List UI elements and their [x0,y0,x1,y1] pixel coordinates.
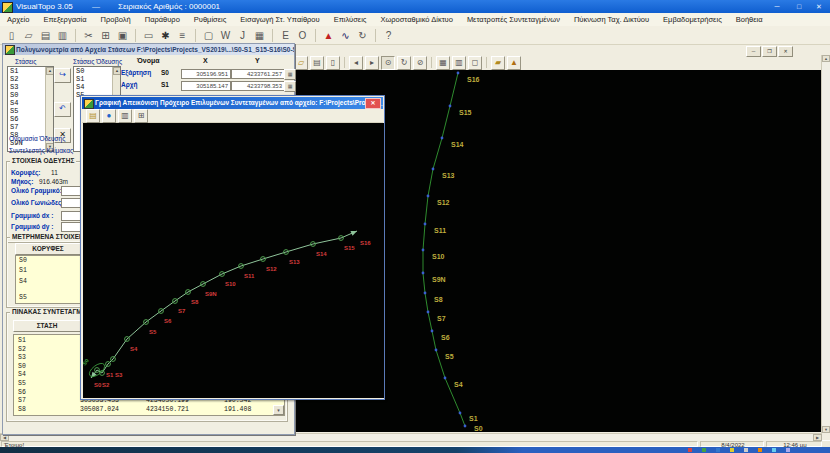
cancel-icon[interactable]: ⊘ [413,56,427,70]
station-cell: S6 [18,389,26,396]
measured-item-S1[interactable]: S1 [16,267,80,274]
refresh-icon[interactable]: ↻ [397,56,411,70]
close-icon[interactable]: ✕ [810,0,828,13]
serial-number: Σειριακός Αριθμός : 0000001 [118,0,220,13]
east-e-icon[interactable]: E [278,28,293,43]
scroll-up-icon[interactable]: ▲ [46,67,54,75]
scroll-left-icon[interactable]: ◀ [0,434,9,441]
taskbar-icon[interactable] [688,448,692,452]
station-label-S9N: S9N [432,276,446,283]
help-icon[interactable]: ? [381,28,396,43]
open-folder-icon[interactable]: ▱ [294,56,308,70]
chart-icon[interactable]: ∿ [338,28,353,43]
scroll-up-icon[interactable]: ▲ [822,55,830,62]
y-coordinate-field[interactable]: 4233761.257 [231,69,285,79]
image-icon[interactable]: ▦ [252,28,267,43]
measured-item-S4[interactable]: S4 [16,278,80,285]
open-folder-icon[interactable]: ▱ [21,28,36,43]
new-file-icon[interactable]: ▯ [4,28,19,43]
taskbar-icon[interactable] [772,448,776,452]
flag-icon[interactable]: ▲ [507,56,521,70]
edit-coordinates-icon[interactable]: ▦ [284,69,296,80]
globe-icon[interactable]: ● [102,109,116,123]
scroll-right-icon[interactable]: ▶ [813,434,822,441]
menu-Παράθυρο[interactable]: Παράθυρο [138,13,187,26]
list-icon[interactable]: ≡ [175,28,190,43]
menu-Εμβαδομετρήσεις[interactable]: Εμβαδομετρήσεις [656,13,729,26]
menu-Βοήθεια[interactable]: Βοήθεια [729,13,770,26]
cut-icon[interactable]: ✂ [81,28,96,43]
crop-rect-icon[interactable]: ▭ [141,28,156,43]
vertical-scrollbar[interactable]: ▲ ▼ [821,55,830,433]
monitor-icon[interactable]: ▢ [201,28,216,43]
taskbar-icon[interactable] [702,448,706,452]
maximize-icon[interactable]: □ [790,0,808,13]
settings-gear-icon[interactable]: ✱ [158,28,173,43]
menu-Επιλύσεις[interactable]: Επιλύσεις [327,13,374,26]
windows-taskbar[interactable] [0,447,830,453]
route-info-label: Κορυφές: [11,169,40,176]
scroll-up-icon[interactable]: ▲ [113,67,121,75]
paste-icon[interactable]: ▣ [115,28,130,43]
menu-Μετατροπές Συντεταγμένων[interactable]: Μετατροπές Συντεταγμένων [460,13,567,26]
curve-j-icon[interactable]: J [235,28,250,43]
refresh-icon[interactable]: ↻ [355,28,370,43]
mdi-restore-icon[interactable]: ❐ [762,46,777,57]
alert-triangle-icon[interactable]: ▲ [321,28,336,43]
menu-Προβολή[interactable]: Προβολή [94,13,138,26]
measured-list[interactable]: S0S1S4S5 [15,255,81,304]
taskbar-icon[interactable] [744,448,748,452]
save-icon[interactable]: ▤ [38,28,53,43]
orientation-o-icon[interactable]: O [295,28,310,43]
print-icon[interactable]: ▥ [452,56,466,70]
edit-coordinates-icon[interactable]: ▦ [284,81,296,92]
grid-icon[interactable]: ▦ [436,56,450,70]
mdi-minimize-icon[interactable]: ─ [746,46,761,57]
save-icon[interactable]: ▤ [86,109,100,123]
x-coordinate-field[interactable]: 305196.951 [181,69,231,79]
menu-Αρχείο[interactable]: Αρχείο [0,13,36,26]
add-station-button[interactable]: ↪ [54,68,71,83]
station-label-S9N: S9N [205,291,217,297]
layers-icon[interactable]: ▰ [491,56,505,70]
taskbar-icon[interactable] [730,448,734,452]
x-coordinate-field[interactable]: 305185.147 [181,81,231,91]
station-label-S4: S4 [130,346,138,352]
pan-left-icon[interactable]: ◂ [349,56,363,70]
vertices-header[interactable]: ΚΟΡΥΦΕΣ [15,243,81,255]
undo-button[interactable]: ↶ [54,102,71,117]
graph-dialog: Γραφική Απεικόνιση Πρόχειρο Επιλυμένων Σ… [80,95,385,400]
list-scroll-down-icon[interactable]: ▾ [273,405,284,415]
copy-icon[interactable]: ⊞ [98,28,113,43]
measured-item-S0[interactable]: S0 [16,257,80,264]
close-icon[interactable]: ✕ [365,98,381,109]
menu-Επεξεργασία[interactable]: Επεξεργασία [36,13,93,26]
copy-icon[interactable]: ⊞ [134,109,148,123]
menu-Πύκνωση Ταχ. Δικτύου[interactable]: Πύκνωση Ταχ. Δικτύου [567,13,656,26]
scroll-down-icon[interactable]: ▼ [822,426,830,433]
print-icon[interactable]: ▥ [55,28,70,43]
menu-Χωροσταθμικό Δίκτυο[interactable]: Χωροσταθμικό Δίκτυο [373,13,459,26]
station-header[interactable]: ΣΤΑΣΗ [13,320,81,332]
graph-canvas[interactable]: S4S5S6S7S8S9NS10S11S12S13S14S15S16S1S3S0… [83,123,384,398]
station-label-S0: S0 [83,358,90,367]
save-icon[interactable]: ▤ [310,56,324,70]
minimize-icon[interactable]: ─ [768,0,786,13]
polyline-w-icon[interactable]: W [218,28,233,43]
measured-item-S5[interactable]: S5 [16,294,80,301]
name-column-header: Όνομα [137,57,160,64]
print-icon[interactable]: ▥ [118,109,132,123]
mdi-close-icon[interactable]: ✕ [778,46,793,57]
traverse-dialog-titlebar[interactable]: Πολυγωνομετρία από Αρχεία Στάσεων F:\Pro… [3,44,294,55]
taskbar-icon[interactable] [786,448,790,452]
menu-Ρυθμίσεις[interactable]: Ρυθμίσεις [187,13,234,26]
taskbar-icon[interactable] [758,448,762,452]
select-icon[interactable]: ◻ [468,56,482,70]
zoom-icon[interactable]: ⊙ [381,56,395,70]
new-doc-icon[interactable]: ▯ [326,56,340,70]
y-coordinate-field[interactable]: 4233798.353 [231,81,285,91]
menu-Εισαγωγή Στ. Υπαίθρου[interactable]: Εισαγωγή Στ. Υπαίθρου [233,13,326,26]
graph-dialog-titlebar[interactable]: Γραφική Απεικόνιση Πρόχειρο Επιλυμένων Σ… [82,97,383,109]
taskbar-icon[interactable] [716,448,720,452]
pan-right-icon[interactable]: ▸ [365,56,379,70]
